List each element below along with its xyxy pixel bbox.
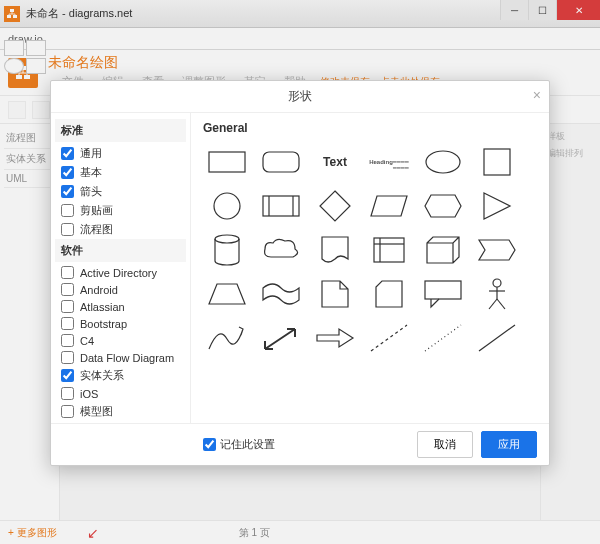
shape-tape[interactable] xyxy=(257,275,305,313)
shape-parallelogram[interactable] xyxy=(365,187,413,225)
shape-callout[interactable] xyxy=(419,275,467,313)
shape-diamond[interactable] xyxy=(311,187,359,225)
svg-marker-16 xyxy=(425,195,461,217)
dialog-title: 形状 xyxy=(288,88,312,105)
cancel-button[interactable]: 取消 xyxy=(417,431,473,458)
svg-point-18 xyxy=(215,235,239,243)
shape-grid: Text Heading━━━━━━━━ xyxy=(203,143,537,357)
svg-rect-9 xyxy=(484,149,510,175)
shape-lib-item[interactable]: 流程图 xyxy=(55,220,186,239)
svg-marker-17 xyxy=(484,193,510,219)
shape-lib-item[interactable]: 剪贴画 xyxy=(55,201,186,220)
svg-marker-14 xyxy=(320,191,350,221)
shape-bidirectional-arrow[interactable] xyxy=(257,319,305,357)
shape-rectangle[interactable] xyxy=(203,143,251,181)
shape-actor[interactable] xyxy=(473,275,521,313)
shape-lib-item[interactable]: Bootstrap xyxy=(55,315,186,332)
shape-hexagon[interactable] xyxy=(419,187,467,225)
shape-lib-item[interactable]: iOS xyxy=(55,385,186,402)
shape-lib-item[interactable]: Active Directory xyxy=(55,264,186,281)
shape-cube[interactable] xyxy=(419,231,467,269)
svg-point-8 xyxy=(426,151,460,173)
svg-rect-24 xyxy=(425,281,461,299)
shape-card[interactable] xyxy=(365,275,413,313)
apply-button[interactable]: 应用 xyxy=(481,431,537,458)
checkbox[interactable] xyxy=(61,283,74,296)
svg-point-10 xyxy=(214,193,240,219)
svg-line-31 xyxy=(371,325,407,351)
svg-rect-7 xyxy=(263,152,299,172)
shape-rounded-rect[interactable] xyxy=(257,143,305,181)
svg-line-28 xyxy=(489,299,497,309)
checkbox[interactable] xyxy=(61,166,74,179)
checkbox[interactable] xyxy=(61,300,74,313)
shape-ellipse[interactable] xyxy=(419,143,467,181)
shape-lib-item[interactable]: Atlassian xyxy=(55,298,186,315)
shape-lib-item[interactable]: 通用 xyxy=(55,144,186,163)
checkbox[interactable] xyxy=(61,317,74,330)
shape-dashed-line[interactable] xyxy=(365,319,413,357)
shape-circle[interactable] xyxy=(203,187,251,225)
checkbox[interactable] xyxy=(61,223,74,236)
svg-point-25 xyxy=(493,279,501,287)
shape-document[interactable] xyxy=(311,231,359,269)
shape-curve[interactable] xyxy=(203,319,251,357)
shape-step[interactable] xyxy=(473,231,521,269)
shape-cylinder[interactable] xyxy=(203,231,251,269)
svg-rect-19 xyxy=(374,238,404,262)
shape-lib-item[interactable]: C4 xyxy=(55,332,186,349)
shape-lib-item[interactable]: 实体关系 xyxy=(55,366,186,385)
checkbox[interactable] xyxy=(61,334,74,347)
shape-lib-item[interactable]: Android xyxy=(55,281,186,298)
shape-line[interactable] xyxy=(473,319,521,357)
shape-note[interactable] xyxy=(311,275,359,313)
dialog-close-icon[interactable]: × xyxy=(533,87,541,103)
checkbox[interactable] xyxy=(203,438,216,451)
shape-internal-storage[interactable] xyxy=(365,231,413,269)
checkbox[interactable] xyxy=(61,204,74,217)
shape-lib-item[interactable]: 模型图 xyxy=(55,402,186,421)
checkbox[interactable] xyxy=(61,185,74,198)
svg-rect-6 xyxy=(209,152,245,172)
shape-text[interactable]: Text xyxy=(311,143,359,181)
dialog-header: 形状 × xyxy=(51,81,549,113)
dialog-preview: General Text Heading━━━━━━━━ xyxy=(191,113,549,423)
preview-title: General xyxy=(203,121,537,135)
section-standard: 标准 xyxy=(55,119,186,142)
shape-lib-item[interactable]: 箭头 xyxy=(55,182,186,201)
svg-line-29 xyxy=(497,299,505,309)
checkbox[interactable] xyxy=(61,405,74,418)
shape-trapezoid[interactable] xyxy=(203,275,251,313)
section-software: 软件 xyxy=(55,239,186,262)
remember-checkbox[interactable]: 记住此设置 xyxy=(203,437,275,452)
checkbox[interactable] xyxy=(61,351,74,364)
checkbox[interactable] xyxy=(61,387,74,400)
shape-triangle[interactable] xyxy=(473,187,521,225)
shape-square[interactable] xyxy=(473,143,521,181)
shapes-dialog: 形状 × 标准 通用 基本 箭头 剪贴画 流程图 软件 Active Direc… xyxy=(50,80,550,466)
svg-line-33 xyxy=(479,325,515,351)
checkbox[interactable] xyxy=(61,266,74,279)
shape-lib-item[interactable]: Data Flow Diagram xyxy=(55,349,186,366)
shape-arrow[interactable] xyxy=(311,319,359,357)
svg-rect-11 xyxy=(263,196,299,216)
svg-marker-30 xyxy=(317,329,353,347)
svg-marker-23 xyxy=(209,284,245,304)
shape-lib-item[interactable]: 基本 xyxy=(55,163,186,182)
dialog-category-list: 标准 通用 基本 箭头 剪贴画 流程图 软件 Active Directory … xyxy=(51,113,191,423)
dialog-backdrop: 形状 × 标准 通用 基本 箭头 剪贴画 流程图 软件 Active Direc… xyxy=(0,0,600,544)
dialog-footer: 记住此设置 取消 应用 xyxy=(51,423,549,465)
svg-marker-15 xyxy=(371,196,407,216)
checkbox[interactable] xyxy=(61,369,74,382)
shape-heading[interactable]: Heading━━━━━━━━ xyxy=(365,143,413,181)
shape-dotted-line[interactable] xyxy=(419,319,467,357)
svg-line-32 xyxy=(425,325,461,351)
svg-marker-22 xyxy=(479,240,515,260)
checkbox[interactable] xyxy=(61,147,74,160)
shape-cloud[interactable] xyxy=(257,231,305,269)
shape-process[interactable] xyxy=(257,187,305,225)
